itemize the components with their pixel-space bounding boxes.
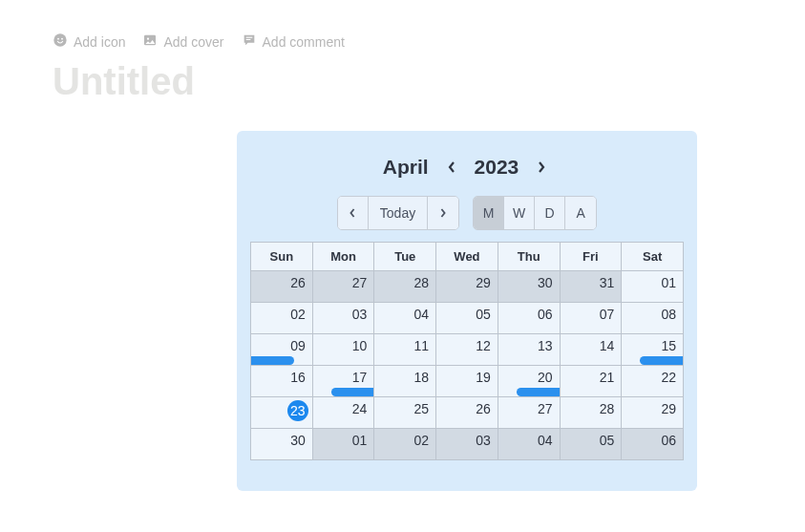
calendar-day-cell[interactable]: 01 <box>622 271 684 303</box>
calendar-day-cell[interactable]: 17 <box>312 366 374 397</box>
calendar-day-cell[interactable]: 05 <box>436 303 498 334</box>
calendar-day-cell[interactable]: 08 <box>622 303 684 334</box>
calendar-day-cell[interactable]: 28 <box>560 397 622 429</box>
day-number: 28 <box>414 275 430 290</box>
calendar-day-cell[interactable]: 13 <box>498 334 560 366</box>
day-header: Mon <box>312 243 374 271</box>
day-number: 14 <box>600 338 615 353</box>
today-button[interactable]: Today <box>369 197 428 229</box>
calendar-year[interactable]: 2023 <box>475 156 519 179</box>
calendar-day-cell[interactable]: 06 <box>498 303 560 334</box>
add-comment-button[interactable]: Add comment <box>242 32 345 51</box>
calendar-day-cell[interactable]: 26 <box>436 397 498 429</box>
next-button[interactable] <box>428 197 458 229</box>
calendar-day-cell[interactable]: 16 <box>251 366 313 397</box>
calendar-day-cell[interactable]: 14 <box>560 334 622 366</box>
day-number: 18 <box>414 370 430 385</box>
image-icon <box>142 32 158 51</box>
calendar-day-cell[interactable]: 07 <box>560 303 622 334</box>
chevron-right-icon <box>439 207 447 219</box>
day-number: 06 <box>538 307 553 322</box>
page-title[interactable]: Untitled <box>0 51 805 103</box>
calendar-day-cell[interactable]: 28 <box>374 271 436 303</box>
calendar-day-cell[interactable]: 26 <box>251 271 313 303</box>
view-agenda-button[interactable]: A <box>565 197 596 229</box>
day-number: 01 <box>352 433 368 448</box>
day-number: 20 <box>538 370 553 385</box>
calendar-day-cell[interactable]: 30 <box>498 271 560 303</box>
calendar-day-cell[interactable]: 06 <box>622 429 684 460</box>
calendar-day-cell[interactable]: 24 <box>312 397 374 429</box>
event-chip[interactable] <box>331 388 374 396</box>
day-header: Fri <box>560 243 622 271</box>
calendar-day-cell[interactable]: 27 <box>498 397 560 429</box>
calendar-day-cell[interactable]: 31 <box>560 271 622 303</box>
day-number: 04 <box>414 307 430 322</box>
day-number: 30 <box>538 275 553 290</box>
prev-button[interactable] <box>338 197 369 229</box>
day-header: Sat <box>622 243 684 271</box>
calendar-day-cell[interactable]: 20 <box>498 366 560 397</box>
day-number: 25 <box>414 401 430 416</box>
calendar-week-row: 02030405060708 <box>251 303 684 334</box>
calendar-day-cell[interactable]: 18 <box>374 366 436 397</box>
prev-month-button[interactable] <box>442 158 461 177</box>
calendar-week-row: 23242526272829 <box>251 397 684 429</box>
day-number: 05 <box>476 307 491 322</box>
day-number: 03 <box>352 307 368 322</box>
calendar-month[interactable]: April <box>383 156 429 179</box>
calendar-day-cell[interactable]: 02 <box>251 303 313 334</box>
day-header: Sun <box>251 243 313 271</box>
day-header-row: SunMonTueWedThuFriSat <box>251 243 684 271</box>
day-number: 19 <box>476 370 491 385</box>
day-number: 29 <box>476 275 491 290</box>
svg-point-0 <box>53 33 66 46</box>
calendar-day-cell[interactable]: 23 <box>251 397 313 429</box>
view-week-button[interactable]: W <box>504 197 535 229</box>
calendar-day-cell[interactable]: 02 <box>374 429 436 460</box>
calendar-day-cell[interactable]: 25 <box>374 397 436 429</box>
calendar-day-cell[interactable]: 04 <box>374 303 436 334</box>
add-icon-button[interactable]: Add icon <box>53 32 125 51</box>
calendar-day-cell[interactable]: 15 <box>622 334 684 366</box>
day-number: 24 <box>352 401 368 416</box>
calendar-day-cell[interactable]: 29 <box>436 271 498 303</box>
calendar-day-cell[interactable]: 11 <box>374 334 436 366</box>
day-header: Thu <box>498 243 560 271</box>
calendar-week-row: 30010203040506 <box>251 429 684 460</box>
day-number: 12 <box>476 338 491 353</box>
view-day-button[interactable]: D <box>535 197 565 229</box>
calendar-day-cell[interactable]: 01 <box>312 429 374 460</box>
calendar-day-cell[interactable]: 29 <box>622 397 684 429</box>
calendar-day-cell[interactable]: 19 <box>436 366 498 397</box>
add-cover-button[interactable]: Add cover <box>142 32 223 51</box>
calendar-day-cell[interactable]: 22 <box>622 366 684 397</box>
calendar-day-cell[interactable]: 05 <box>560 429 622 460</box>
calendar-day-cell[interactable]: 09 <box>251 334 313 366</box>
day-header: Wed <box>436 243 498 271</box>
next-month-button[interactable] <box>532 158 551 177</box>
day-number: 03 <box>476 433 491 448</box>
event-chip[interactable] <box>251 356 294 365</box>
day-number: 26 <box>290 275 306 290</box>
calendar-day-cell[interactable]: 03 <box>312 303 374 334</box>
event-chip[interactable] <box>640 356 683 365</box>
calendar-day-cell[interactable]: 04 <box>498 429 560 460</box>
view-month-button[interactable]: M <box>474 197 504 229</box>
day-number: 01 <box>661 275 676 290</box>
calendar-day-cell[interactable]: 21 <box>560 366 622 397</box>
svg-rect-5 <box>245 37 252 38</box>
calendar-controls: Today M W D A <box>250 196 684 230</box>
event-chip[interactable] <box>517 388 560 396</box>
day-number: 05 <box>600 433 615 448</box>
calendar-day-cell[interactable]: 12 <box>436 334 498 366</box>
calendar-day-cell[interactable]: 27 <box>312 271 374 303</box>
calendar-day-cell[interactable]: 10 <box>312 334 374 366</box>
calendar-week-row: 09101112131415 <box>251 334 684 366</box>
calendar-day-cell[interactable]: 03 <box>436 429 498 460</box>
calendar-day-cell[interactable]: 30 <box>251 429 313 460</box>
view-switcher: M W D A <box>473 196 597 230</box>
calendar-week-row: 16171819202122 <box>251 366 684 397</box>
day-number: 04 <box>538 433 553 448</box>
calendar-widget: April 2023 Today M W D A SunMonTueWedThu… <box>237 131 697 491</box>
